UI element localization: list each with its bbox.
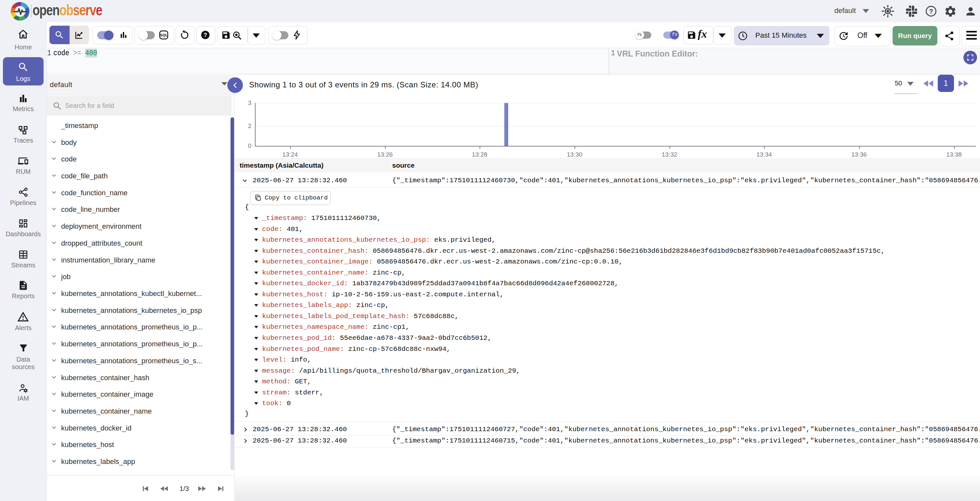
svg-text:?: ? <box>929 8 933 15</box>
